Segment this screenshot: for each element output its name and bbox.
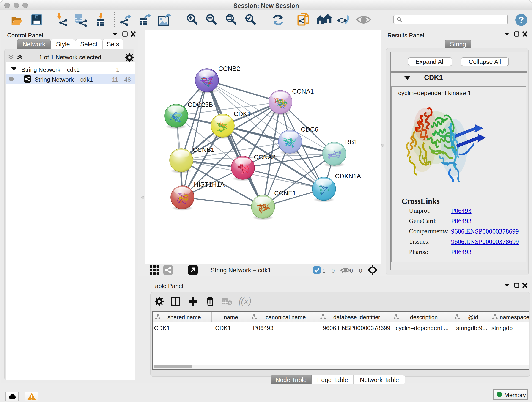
svg-text:RB1: RB1	[345, 138, 357, 146]
svg-text:CDC6: CDC6	[301, 126, 318, 133]
svg-text:CDC25B: CDC25B	[188, 101, 213, 108]
svg-text:CDKN1A: CDKN1A	[335, 172, 361, 180]
svg-text:CCNA1: CCNA1	[292, 88, 314, 95]
svg-text:CCNB1: CCNB1	[193, 146, 215, 153]
svg-text:CDK1: CDK1	[234, 110, 251, 117]
svg-text:HIST1H1A: HIST1H1A	[194, 181, 225, 188]
svg-text:CCNE1: CCNE1	[274, 190, 296, 197]
svg-text:CCNB2: CCNB2	[218, 65, 240, 72]
svg-text:CCNA2: CCNA2	[254, 153, 276, 161]
